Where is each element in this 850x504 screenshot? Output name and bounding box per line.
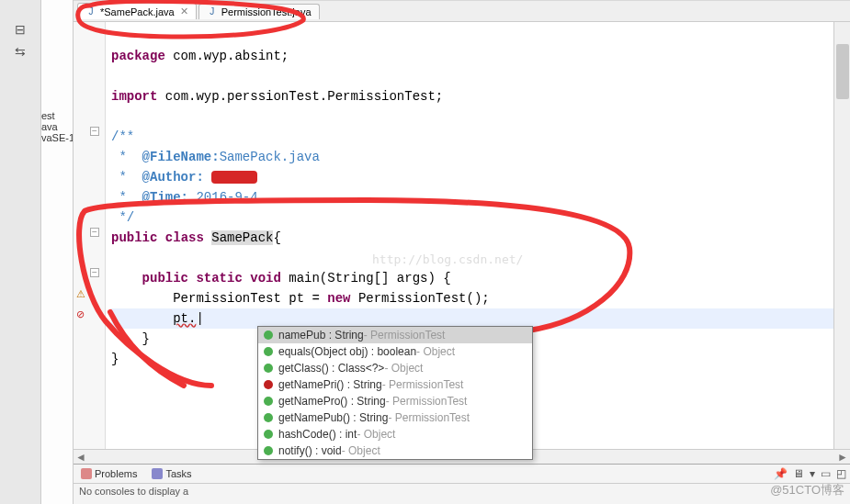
package-explorer[interactable]: est ava vaSE-1.6] [41, 0, 74, 504]
autocomplete-item[interactable]: equals(Object obj) : boolean - Object [258, 343, 532, 360]
public-member-icon [264, 446, 273, 455]
pin-console-icon[interactable]: 📌 [774, 467, 788, 480]
autocomplete-item[interactable]: getNamePri() : String - PermissionTest [258, 376, 532, 393]
left-toolbar: ⊟ ⇆ [0, 0, 41, 504]
tasks-tab[interactable]: Tasks [148, 466, 195, 481]
fold-toggle-icon[interactable]: − [90, 127, 99, 136]
collapse-icon[interactable]: ⊟ [15, 22, 26, 37]
public-member-icon [264, 397, 273, 406]
tab-samepack[interactable]: J *SamePack.java ✕ [77, 3, 197, 19]
error-marker-icon[interactable]: ⊘ [76, 308, 89, 321]
autocomplete-item[interactable]: getClass() : Class<?> - Object [258, 360, 532, 376]
link-editor-icon[interactable]: ⇆ [15, 44, 26, 59]
open-console-icon[interactable]: ▾ [810, 467, 815, 480]
autocomplete-item[interactable]: namePub : String - PermissionTest [258, 327, 532, 343]
tree-item[interactable]: vaSE-1.6] [41, 132, 73, 143]
autocomplete-item[interactable]: getNamePub() : String - PermissionTest [258, 409, 532, 426]
public-member-icon [264, 347, 273, 356]
redacted-author [211, 171, 257, 184]
scrollbar-thumb[interactable] [836, 44, 849, 99]
java-file-icon: J [207, 6, 218, 17]
display-console-icon[interactable]: 🖥 [793, 467, 804, 480]
tree-item[interactable]: est [41, 110, 73, 121]
scroll-right-icon[interactable]: ► [835, 451, 850, 464]
maximize-icon[interactable]: ◰ [836, 467, 846, 480]
public-member-icon [264, 413, 273, 422]
autocomplete-item[interactable]: hashCode() : int - Object [258, 426, 532, 442]
problems-tab[interactable]: Problems [77, 466, 141, 481]
tab-label: *SamePack.java [100, 6, 175, 17]
problems-icon [81, 468, 92, 479]
close-icon[interactable]: ✕ [180, 6, 188, 17]
fold-toggle-icon[interactable]: − [90, 268, 99, 277]
console-toolbar: 📌 🖥 ▾ ▭ ◰ [774, 467, 846, 480]
fold-toggle-icon[interactable]: − [90, 228, 99, 237]
private-member-icon [264, 380, 273, 389]
editor-gutter[interactable]: − − − ⚠ ⊘ [74, 22, 106, 449]
tab-permissiontest[interactable]: J PermissionTest.java [198, 4, 320, 19]
tasks-icon [152, 468, 163, 479]
autocomplete-item[interactable]: getNamePro() : String - PermissionTest [258, 393, 532, 409]
watermark-text: http://blog.csdn.net/ [372, 250, 523, 270]
public-member-icon [264, 364, 273, 373]
public-member-icon [264, 330, 273, 340]
editor-tab-bar: J *SamePack.java ✕ J PermissionTest.java [74, 0, 850, 22]
autocomplete-item[interactable]: notify() : void - Object [258, 442, 532, 459]
tree-item[interactable]: ava [41, 121, 73, 132]
bottom-panel: Problems Tasks 📌 🖥 ▾ ▭ ◰ No consoles to … [74, 464, 850, 504]
java-file-icon: J [85, 6, 96, 17]
console-message: No consoles to display a [74, 484, 850, 498]
minimize-icon[interactable]: ▭ [821, 467, 831, 480]
warning-marker-icon[interactable]: ⚠ [76, 288, 89, 301]
tab-label: PermissionTest.java [221, 6, 312, 17]
autocomplete-popup[interactable]: namePub : String - PermissionTestequals(… [257, 326, 533, 460]
public-member-icon [264, 430, 273, 439]
vertical-scrollbar[interactable] [833, 22, 850, 449]
scroll-left-icon[interactable]: ◄ [74, 451, 88, 464]
editor-area: J *SamePack.java ✕ J PermissionTest.java… [74, 0, 850, 504]
